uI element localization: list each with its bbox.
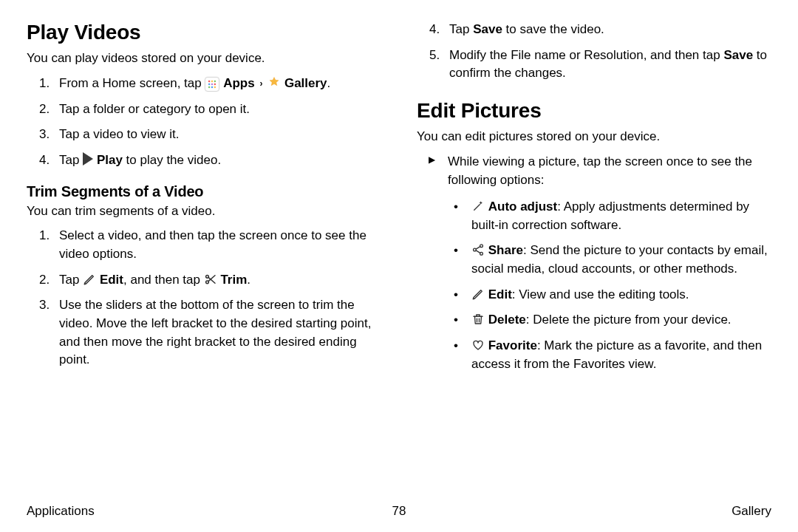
svg-point-5 — [214, 83, 216, 85]
save-label-1: Save — [473, 22, 502, 36]
manual-page: Play Videos You can play videos stored o… — [0, 0, 798, 532]
delete-label: Delete — [488, 313, 526, 327]
edit-option-label: Edit — [488, 287, 512, 301]
right-column: Tap Save to save the video. Modify the F… — [417, 21, 771, 532]
option-auto-adjust: Auto adjust: Apply adjustments determine… — [464, 198, 771, 234]
wand-icon — [471, 200, 485, 213]
edit-icon — [83, 273, 96, 286]
intro-trim: You can trim segments of a video. — [27, 203, 381, 220]
svg-point-6 — [208, 86, 210, 88]
save-label-2: Save — [723, 48, 753, 62]
gallery-label: Gallery — [284, 76, 327, 90]
trim-step-1: Select a video, and then tap the screen … — [53, 227, 381, 263]
apps-label: Apps — [223, 76, 255, 90]
intro-play-videos: You can play videos stored on your devic… — [27, 50, 381, 67]
trim-step-5: Modify the File name or Resolution, and … — [443, 47, 771, 83]
heading-edit-pictures: Edit Pictures — [417, 99, 771, 123]
heading-trim: Trim Segments of a Video — [27, 183, 381, 200]
trim-step-3: Use the sliders at the bottom of the scr… — [53, 296, 381, 369]
edit-pictures-list: While viewing a picture, tap the screen … — [417, 153, 771, 373]
edit-pencil-icon — [471, 287, 485, 301]
trim-step-4: Tap Save to save the video. — [443, 21, 771, 39]
page-number: 78 — [392, 504, 406, 519]
share-icon — [471, 243, 485, 256]
play-step-4: Tap Play to play the video. — [53, 151, 381, 170]
chevron-icon: › — [259, 78, 262, 89]
favorite-label: Favorite — [488, 338, 537, 352]
trim-steps-continued: Tap Save to save the video. Modify the F… — [417, 21, 771, 83]
share-label: Share — [488, 243, 523, 257]
scissors-icon — [204, 273, 217, 286]
trim-label: Trim — [220, 273, 247, 287]
auto-adjust-label: Auto adjust — [488, 200, 558, 214]
svg-point-3 — [208, 83, 210, 85]
footer-left: Applications — [27, 504, 95, 519]
trim-steps: Select a video, and then tap the screen … — [27, 227, 381, 369]
play-label: Play — [97, 153, 123, 167]
option-delete: Delete: Delete the picture from your dev… — [464, 311, 771, 330]
svg-line-17 — [476, 250, 480, 253]
svg-point-0 — [208, 81, 210, 82]
heart-icon — [471, 338, 485, 352]
footer-right: Gallery — [732, 504, 771, 519]
option-share: Share: Send the picture to your contacts… — [464, 242, 771, 278]
svg-point-1 — [211, 81, 213, 82]
left-column: Play Videos You can play videos stored o… — [27, 21, 381, 532]
intro-edit-pictures: You can edit pictures stored on your dev… — [417, 129, 771, 146]
play-step-2: Tap a folder or category to open it. — [53, 100, 381, 119]
play-step-3: Tap a video to view it. — [53, 126, 381, 144]
svg-point-2 — [214, 81, 216, 82]
gallery-icon — [267, 76, 281, 89]
svg-point-4 — [211, 83, 213, 85]
heading-play-videos: Play Videos — [27, 21, 381, 44]
edit-label: Edit — [100, 273, 123, 287]
play-icon — [83, 152, 93, 166]
trim-step-2: Tap Edit, and then tap Trim. — [53, 271, 381, 290]
svg-point-8 — [214, 86, 216, 88]
svg-point-7 — [211, 86, 213, 88]
svg-line-16 — [476, 247, 480, 249]
apps-icon — [205, 77, 219, 92]
edit-pictures-lead: While viewing a picture, tap the screen … — [437, 153, 771, 373]
trash-icon — [471, 313, 485, 326]
play-videos-steps: From a Home screen, tap Apps — [27, 75, 381, 170]
option-favorite: Favorite: Mark the picture as a favorite… — [464, 337, 771, 373]
option-edit: Edit: View and use the editing tools. — [464, 286, 771, 304]
page-footer: Applications 78 Gallery — [27, 504, 771, 519]
play-step-1: From a Home screen, tap Apps — [53, 75, 381, 93]
edit-options: Auto adjust: Apply adjustments determine… — [448, 198, 771, 373]
